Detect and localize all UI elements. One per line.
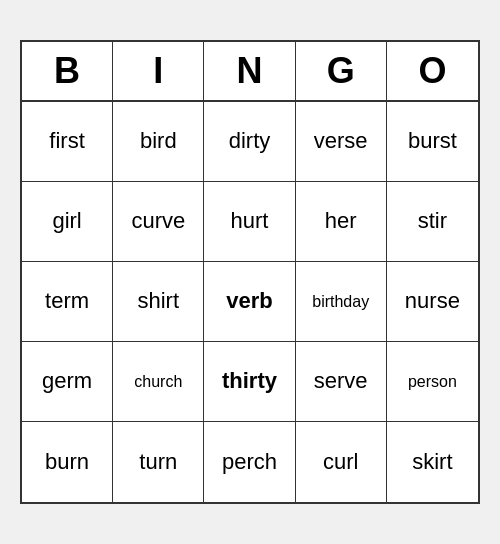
cell-word: perch: [222, 449, 277, 475]
bingo-card: BINGO firstbirddirtyverseburstgirlcurveh…: [20, 40, 480, 504]
cell-word: burn: [45, 449, 89, 475]
cell-word: birthday: [312, 292, 369, 311]
cell-word: her: [325, 208, 357, 234]
header-letter-o: O: [387, 42, 478, 100]
cell-word: serve: [314, 368, 368, 394]
bingo-cell: burn: [22, 422, 113, 502]
cell-word: verb: [226, 288, 272, 314]
bingo-cell: turn: [113, 422, 204, 502]
bingo-header: BINGO: [22, 42, 478, 102]
bingo-cell: skirt: [387, 422, 478, 502]
bingo-cell: hurt: [204, 182, 295, 262]
bingo-cell: serve: [296, 342, 387, 422]
bingo-cell: her: [296, 182, 387, 262]
cell-word: shirt: [138, 288, 180, 314]
header-letter-n: N: [204, 42, 295, 100]
bingo-cell: church: [113, 342, 204, 422]
bingo-cell: curl: [296, 422, 387, 502]
bingo-grid: firstbirddirtyverseburstgirlcurvehurther…: [22, 102, 478, 502]
cell-word: germ: [42, 368, 92, 394]
header-letter-b: B: [22, 42, 113, 100]
cell-word: burst: [408, 128, 457, 154]
cell-word: person: [408, 372, 457, 391]
cell-word: curl: [323, 449, 358, 475]
bingo-cell: perch: [204, 422, 295, 502]
bingo-cell: thirty: [204, 342, 295, 422]
bingo-cell: bird: [113, 102, 204, 182]
bingo-cell: birthday: [296, 262, 387, 342]
bingo-cell: girl: [22, 182, 113, 262]
bingo-cell: nurse: [387, 262, 478, 342]
cell-word: verse: [314, 128, 368, 154]
cell-word: nurse: [405, 288, 460, 314]
bingo-cell: shirt: [113, 262, 204, 342]
cell-word: first: [49, 128, 84, 154]
bingo-cell: burst: [387, 102, 478, 182]
cell-word: turn: [139, 449, 177, 475]
cell-word: curve: [131, 208, 185, 234]
header-letter-i: I: [113, 42, 204, 100]
bingo-cell: germ: [22, 342, 113, 422]
cell-word: thirty: [222, 368, 277, 394]
cell-word: dirty: [229, 128, 271, 154]
header-letter-g: G: [296, 42, 387, 100]
bingo-cell: stir: [387, 182, 478, 262]
bingo-cell: verse: [296, 102, 387, 182]
cell-word: girl: [52, 208, 81, 234]
bingo-cell: first: [22, 102, 113, 182]
cell-word: stir: [418, 208, 447, 234]
bingo-cell: dirty: [204, 102, 295, 182]
bingo-cell: verb: [204, 262, 295, 342]
cell-word: term: [45, 288, 89, 314]
cell-word: hurt: [231, 208, 269, 234]
bingo-cell: person: [387, 342, 478, 422]
cell-word: bird: [140, 128, 177, 154]
cell-word: church: [134, 372, 182, 391]
bingo-cell: term: [22, 262, 113, 342]
cell-word: skirt: [412, 449, 452, 475]
bingo-cell: curve: [113, 182, 204, 262]
